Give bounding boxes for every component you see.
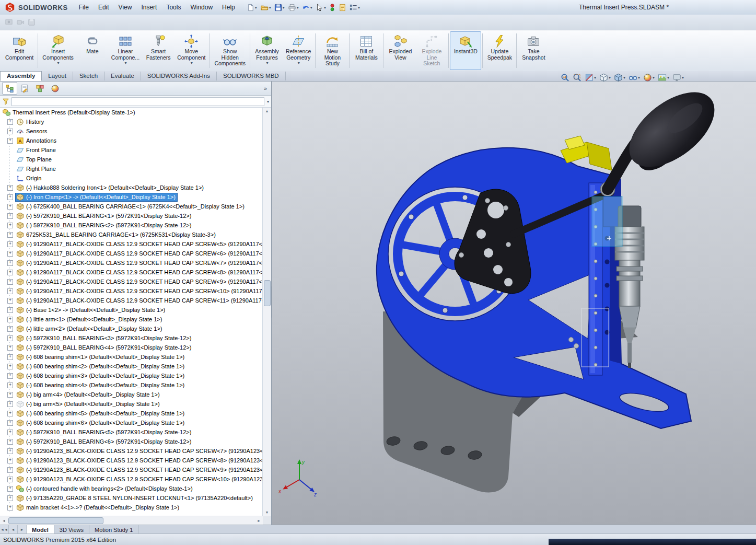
scroll-down-icon[interactable]: ▼: [263, 509, 271, 516]
tree-expander-icon[interactable]: +: [7, 401, 13, 407]
tree-filter-input[interactable]: [11, 97, 264, 106]
apply-scene-button[interactable]: ▾: [657, 73, 670, 82]
tree-expander-icon[interactable]: +: [7, 223, 13, 228]
scroll-right-icon[interactable]: ►: [255, 519, 263, 523]
tree-expander-icon[interactable]: +: [7, 345, 13, 351]
featuremanager-tree-tab[interactable]: [2, 82, 17, 95]
tab-assembly[interactable]: Assembly: [0, 71, 42, 81]
tree-item[interactable]: +(-) 97135A220_GRADE 8 STEEL NYLON-INSER…: [0, 493, 263, 503]
record-video-button[interactable]: [15, 17, 26, 27]
tree-item[interactable]: +(-) 5972K910_BALL BEARING<3> (5972K91<D…: [0, 333, 263, 343]
zoom-fit-button[interactable]: [560, 73, 570, 82]
tree-expander-icon[interactable]: +: [7, 467, 13, 473]
tab-evaluate[interactable]: Evaluate: [104, 72, 141, 80]
tree-item[interactable]: +(-) 5972K910_BALL BEARING<4> (5972K91<D…: [0, 343, 263, 352]
reference-geometry-button[interactable]: Reference Geometry▾: [283, 31, 314, 70]
linear-pattern-button[interactable]: Linear Compone...▾: [108, 31, 143, 70]
tree-item[interactable]: +(-) 5972K910_BALL BEARING<6> (5972K91<D…: [0, 437, 263, 446]
menu-help[interactable]: Help: [217, 2, 240, 13]
update-speedpak-button[interactable]: Update Speedpak: [484, 31, 515, 70]
tree-expander-icon[interactable]: +: [7, 364, 13, 369]
tree-item[interactable]: +Sensors: [0, 126, 263, 136]
tree-item[interactable]: +Right Plane: [0, 164, 263, 173]
tree-item[interactable]: +Origin: [0, 173, 263, 183]
tree-expander-icon[interactable]: +: [7, 439, 13, 445]
tab-scroll-first-button[interactable]: ◄◄: [0, 525, 9, 534]
save-button[interactable]: ▾: [273, 3, 286, 13]
tree-expander-icon[interactable]: +: [7, 119, 13, 125]
tree-expander-icon[interactable]: +: [7, 204, 13, 210]
bottom-tab-motion-study-1[interactable]: Motion Study 1: [89, 525, 138, 534]
tree-item[interactable]: +(-) 608 bearing shim<2> (Default<<Defau…: [0, 362, 263, 371]
edit-component-button[interactable]: Edit Component: [2, 31, 37, 70]
tab-layout[interactable]: Layout: [42, 72, 73, 80]
save-recording-button[interactable]: [26, 17, 37, 27]
tree-item[interactable]: +(-) Hakko888 Soldering Iron<1> (Default…: [0, 183, 263, 192]
tree-expander-icon[interactable]: +: [7, 458, 13, 463]
tree-item[interactable]: +(-) 91290A117_BLACK-OXIDE CLASS 12.9 SO…: [0, 286, 263, 296]
tree-expander-icon[interactable]: +: [7, 486, 13, 492]
tree-expander-icon[interactable]: +: [7, 326, 13, 332]
tab-solidworks-mbd[interactable]: SOLIDWORKS MBD: [217, 72, 286, 80]
tab-sketch[interactable]: Sketch: [73, 72, 104, 80]
tree-item[interactable]: +6725K531_BALL BEARING CARRIAGE<1> (6725…: [0, 230, 263, 239]
tree-item[interactable]: +(-) little arm<2> (Default<<Default>_Di…: [0, 324, 263, 333]
tree-item[interactable]: +(-) Iron Clamp<1> -> (Default<<Default>…: [0, 192, 263, 202]
tree-expander-icon[interactable]: +: [7, 495, 13, 501]
tree-item[interactable]: +(-) 5972K910_BALL BEARING<2> (5972K91<D…: [0, 221, 263, 230]
mate-button[interactable]: Mate: [77, 31, 108, 70]
tab-solidworks-add-ins[interactable]: SOLIDWORKS Add-Ins: [141, 72, 217, 80]
tree-expander-icon[interactable]: +: [7, 382, 13, 388]
tree-expander-icon[interactable]: +: [7, 307, 13, 313]
tree-item[interactable]: +(-) Base 1<2> -> (Default<<Default>_Dis…: [0, 305, 263, 315]
bottom-tab-model[interactable]: Model: [27, 525, 54, 534]
view-settings-button[interactable]: ▾: [672, 73, 684, 82]
tree-expander-icon[interactable]: +: [7, 448, 13, 454]
zoom-area-button[interactable]: [572, 73, 582, 82]
move-component-button[interactable]: Move Component▾: [174, 31, 208, 70]
exploded-view-button[interactable]: Exploded View: [385, 31, 416, 70]
tree-root-item[interactable]: Thermal Insert Press (Default<Display St…: [0, 108, 263, 117]
configurationmanager-tab[interactable]: [32, 82, 48, 95]
edit-appearance-button[interactable]: ▾: [643, 73, 655, 82]
scroll-up-icon[interactable]: ▲: [263, 108, 271, 115]
tree-expander-icon[interactable]: +: [7, 232, 13, 238]
tree-expander-icon[interactable]: +: [7, 279, 13, 285]
horizontal-scroll-thumb[interactable]: [8, 517, 103, 524]
tree-item[interactable]: +(-) contoured handle with bearings<2> (…: [0, 484, 263, 493]
tree-expander-icon[interactable]: +: [7, 298, 13, 304]
tree-expander-icon[interactable]: +: [7, 335, 13, 341]
options-button[interactable]: ▾: [348, 3, 362, 13]
tree-expander-icon[interactable]: +: [7, 270, 13, 275]
section-view-button[interactable]: ▾: [584, 73, 597, 82]
tree-expander-icon[interactable]: +: [7, 129, 13, 134]
new-motion-study-button[interactable]: New Motion Study: [317, 31, 348, 70]
tree-item[interactable]: +(-) 5972K910_BALL BEARING<5> (5972K91<D…: [0, 427, 263, 437]
tree-expander-icon[interactable]: +: [7, 392, 13, 398]
tree-expander-icon[interactable]: +: [7, 354, 13, 360]
tree-item[interactable]: +(-) 5972K910_BALL BEARING<1> (5972K91<D…: [0, 211, 263, 221]
tree-expander-icon[interactable]: +: [7, 241, 13, 247]
view-orientation-button[interactable]: ▾: [599, 73, 611, 82]
tree-vertical-scrollbar[interactable]: ▲ ▼: [262, 108, 271, 516]
tree-item[interactable]: +(-) 91290A117_BLACK-OXIDE CLASS 12.9 SO…: [0, 268, 263, 277]
menu-window[interactable]: Window: [185, 2, 217, 13]
take-snapshot-button[interactable]: Take Snapshot: [518, 31, 549, 70]
menu-insert[interactable]: Insert: [136, 2, 161, 13]
tree-item[interactable]: +(-) 91290A117_BLACK-OXIDE CLASS 12.9 SO…: [0, 249, 263, 258]
tree-expander-icon[interactable]: +: [7, 185, 13, 191]
tree-expander-icon[interactable]: +: [7, 194, 13, 200]
tree-expander-icon[interactable]: +: [7, 411, 13, 416]
explode-line-sketch-button[interactable]: Explode Line Sketch: [416, 31, 447, 70]
tree-item[interactable]: +(-) 608 bearing shim<6> (Default<<Defau…: [0, 418, 263, 427]
tree-item[interactable]: +Front Plane: [0, 145, 263, 155]
graphics-viewport[interactable]: y x z: [272, 82, 756, 525]
tab-scroll-prev-button[interactable]: ◄: [9, 525, 18, 534]
tree-item[interactable]: +(-) 608 bearing shim<1> (Default<<Defau…: [0, 352, 263, 362]
tree-item[interactable]: +(-) 608 bearing shim<4> (Default<<Defau…: [0, 380, 263, 390]
print-button[interactable]: ▾: [286, 3, 300, 13]
tree-expander-icon[interactable]: +: [7, 138, 13, 144]
tree-item[interactable]: +(-) big arm<5> (Default<<Default>_Displ…: [0, 399, 263, 409]
tree-expander-icon[interactable]: +: [7, 317, 13, 322]
tree-item[interactable]: +(-) 91290A117_BLACK-OXIDE CLASS 12.9 SO…: [0, 296, 263, 305]
